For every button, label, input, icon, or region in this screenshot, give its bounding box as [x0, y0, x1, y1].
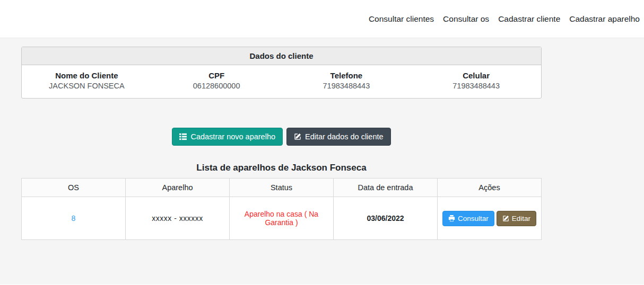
consultar-button[interactable]: Consultar: [442, 211, 494, 226]
cell-status: Aparelho na casa ( Na Garantia ): [230, 197, 334, 240]
field-value-cpf: 06128600000: [152, 82, 282, 90]
col-header-acoes: Ações: [438, 179, 542, 197]
edit-icon: [294, 133, 301, 140]
nav-cadastrar-aparelho[interactable]: Cadastrar aparelho: [569, 14, 640, 24]
col-header-os: OS: [22, 179, 126, 197]
printer-icon: [448, 215, 455, 222]
edit-client-button[interactable]: Editar dados do cliente: [286, 128, 391, 146]
client-card-title: Dados do cliente: [22, 47, 541, 65]
top-navbar: Consultar clientes Consultar os Cadastra…: [0, 0, 644, 38]
table-row: 8 xxxxx - xxxxxx Aparelho na casa ( Na G…: [22, 197, 542, 240]
field-label-celular: Celular: [411, 71, 541, 80]
client-field-telefone: Telefone 71983488443: [282, 71, 412, 90]
field-value-celular: 71983488443: [411, 82, 541, 90]
cell-aparelho: xxxxx - xxxxxx: [126, 197, 230, 240]
col-header-aparelho: Aparelho: [126, 179, 230, 197]
field-value-telefone: 71983488443: [282, 82, 412, 90]
client-actions-row: Cadastrar novo aparelho Editar dados do …: [21, 128, 542, 146]
field-label-telefone: Telefone: [282, 71, 412, 80]
client-field-nome: Nome do Cliente JACKSON FONSECA: [22, 71, 152, 90]
editar-button[interactable]: Editar: [497, 211, 536, 226]
field-label-cpf: CPF: [152, 71, 282, 80]
cell-os: 8: [22, 197, 126, 240]
edit-client-button-label: Editar dados do cliente: [305, 132, 384, 141]
field-value-nome: JACKSON FONSECA: [22, 82, 152, 90]
nav-consultar-clientes[interactable]: Consultar clientes: [369, 14, 434, 24]
consultar-button-label: Consultar: [458, 215, 489, 222]
editar-button-label: Editar: [512, 215, 530, 222]
cell-data-entrada: 03/06/2022: [334, 197, 438, 240]
field-label-nome: Nome do Cliente: [22, 71, 152, 80]
col-header-data-entrada: Data de entrada: [334, 179, 438, 197]
device-table: OS Aparelho Status Data de entrada Ações…: [21, 178, 542, 240]
edit-icon: [502, 215, 509, 222]
nav-cadastrar-cliente[interactable]: Cadastrar cliente: [498, 14, 560, 24]
new-device-button[interactable]: Cadastrar novo aparelho: [172, 128, 283, 146]
nav-consultar-os[interactable]: Consultar os: [443, 14, 489, 24]
col-header-status: Status: [230, 179, 334, 197]
client-field-cpf: CPF 06128600000: [152, 71, 282, 90]
client-field-celular: Celular 71983488443: [411, 71, 541, 90]
client-data-card: Dados do cliente Nome do Cliente JACKSON…: [21, 47, 542, 99]
os-number-link[interactable]: 8: [72, 214, 76, 222]
client-card-body: Nome do Cliente JACKSON FONSECA CPF 0612…: [22, 65, 541, 98]
page-body: Dados do cliente Nome do Cliente JACKSON…: [0, 38, 644, 284]
device-list-title: Lista de aparelhos de Jackson Fonseca: [21, 163, 542, 173]
new-device-button-label: Cadastrar novo aparelho: [190, 132, 275, 141]
list-icon: [179, 133, 187, 140]
device-table-header-row: OS Aparelho Status Data de entrada Ações: [22, 179, 542, 197]
content-container: Dados do cliente Nome do Cliente JACKSON…: [21, 47, 542, 240]
cell-acoes: Consultar Editar: [438, 197, 542, 240]
